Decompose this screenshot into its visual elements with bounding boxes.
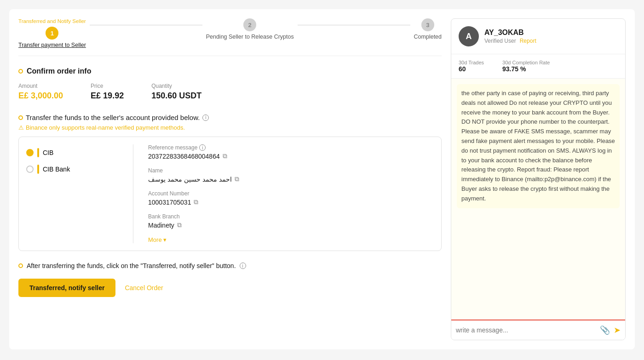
reference-row: Reference message i 20372283368468004864…	[148, 144, 434, 160]
notify-label: Transferred and Notify Seller	[18, 18, 86, 24]
transfer-title-text: Transfer the funds to the seller's accou…	[26, 114, 200, 121]
amount-label: Amount	[18, 83, 63, 89]
after-transfer-section: After transferring the funds, click on t…	[18, 262, 442, 269]
branch-label: Bank Branch	[148, 213, 180, 220]
completion-stat: 30d Completion Rate 93.75 %	[502, 60, 550, 73]
verified-label: Verified User	[484, 38, 516, 44]
avatar-letter: A	[466, 32, 472, 41]
bank-indicator-cib-bank	[37, 165, 39, 174]
name-label: Name	[148, 167, 163, 174]
warning-message: Binance only supports real-name verified…	[26, 124, 185, 131]
branch-value: Madinety	[148, 222, 174, 229]
transfer-section: Transfer the funds to the seller's accou…	[18, 114, 442, 251]
bank-divider	[133, 144, 133, 243]
after-transfer-text: After transferring the funds, click on t…	[27, 262, 236, 269]
quantity-label: Quantity	[151, 83, 201, 89]
branch-row: Bank Branch Madinety ⧉	[148, 213, 434, 229]
quantity-group: Quantity 150.60 USDT	[151, 83, 201, 101]
attach-icon[interactable]: 📎	[600, 325, 610, 335]
chat-input-area: 📎 ➤	[451, 320, 625, 340]
price-label: Price	[91, 83, 124, 89]
quantity-value: 150.60 USDT	[151, 91, 201, 101]
warning-text: ⚠ Binance only supports real-name verifi…	[18, 124, 442, 131]
order-info: Amount E£ 3,000.00 Price E£ 19.92 Quanti…	[18, 83, 442, 101]
bank-name-cib: CIB	[43, 149, 53, 156]
reference-info-icon[interactable]: i	[199, 144, 206, 151]
completion-value: 93.75 %	[502, 65, 550, 73]
warning-icon: ⚠	[18, 124, 24, 131]
avatar: A	[459, 26, 479, 46]
account-value: 100031705031	[148, 199, 191, 206]
section-dot-2	[18, 115, 23, 120]
name-value: احمد محمد حسين محمد يوسف	[148, 176, 232, 183]
after-transfer-info-icon[interactable]: i	[240, 263, 246, 269]
chevron-down-icon: ▾	[163, 236, 167, 243]
price-group: Price E£ 19.92	[91, 83, 124, 101]
section-dot-1	[18, 69, 23, 74]
send-icon[interactable]: ➤	[614, 325, 621, 335]
chat-messages: the other party in case of paying or rec…	[451, 79, 625, 320]
bank-methods: CIB CIB Bank	[26, 144, 118, 243]
trades-stat: 30d Trades 60	[459, 60, 484, 73]
bank-details: Reference message i 20372283368468004864…	[148, 144, 434, 243]
report-link[interactable]: Report	[520, 38, 536, 44]
cancel-order-button[interactable]: Cancel Order	[125, 284, 163, 291]
copy-reference-icon[interactable]: ⧉	[223, 152, 227, 160]
trades-value: 60	[459, 65, 484, 73]
bank-indicator-cib	[37, 148, 39, 157]
amount-value: E£ 3,000.00	[18, 91, 63, 101]
step3-badge: 3	[421, 18, 434, 31]
completion-label: 30d Completion Rate	[502, 60, 550, 65]
stepper: Transferred and Notify Seller 1 Transfer…	[18, 18, 442, 56]
radio-cib-bank[interactable]	[26, 166, 34, 173]
price-value: E£ 19.92	[91, 91, 124, 101]
chat-message-text: the other party in case of paying or rec…	[457, 84, 620, 208]
seller-header: A AY_3OKAB Verified User Report	[451, 19, 625, 54]
trades-label: 30d Trades	[459, 60, 484, 65]
confirm-order-title: Confirm order info	[27, 67, 91, 75]
copy-account-icon[interactable]: ⧉	[194, 198, 198, 206]
radio-cib-selected[interactable]	[26, 149, 34, 156]
amount-group: Amount E£ 3,000.00	[18, 83, 63, 101]
chat-input[interactable]	[456, 326, 596, 334]
transfer-info-icon[interactable]: i	[202, 114, 209, 121]
copy-name-icon[interactable]: ⧉	[235, 175, 239, 183]
seller-panel: A AY_3OKAB Verified User Report 30d Trad…	[451, 18, 626, 340]
step-divider-1	[90, 25, 202, 25]
transferred-notify-button[interactable]: Transferred, notify seller	[18, 279, 115, 297]
bank-card: CIB CIB Bank Reference message i	[18, 137, 442, 251]
seller-info: AY_3OKAB Verified User Report	[484, 29, 618, 44]
step-divider-2	[298, 25, 410, 25]
more-link[interactable]: More ▾	[148, 236, 434, 243]
seller-stats: 30d Trades 60 30d Completion Rate 93.75 …	[451, 54, 625, 79]
reference-value: 20372283368468004864	[148, 153, 220, 160]
action-buttons: Transferred, notify seller Cancel Order	[18, 279, 442, 297]
step1-badge: 1	[46, 27, 58, 40]
confirm-order-section: Confirm order info Amount E£ 3,000.00 Pr…	[18, 67, 442, 101]
step2-label: Pending Seller to Release Cryptos	[206, 34, 294, 40]
seller-name: AY_3OKAB	[484, 29, 618, 37]
transfer-title: Transfer the funds to the seller's accou…	[18, 114, 442, 121]
reference-label: Reference message	[148, 144, 197, 151]
step3-label: Completed	[414, 34, 442, 40]
bank-method-cib-selected[interactable]: CIB	[26, 144, 118, 161]
bank-name-cib-bank: CIB Bank	[43, 166, 70, 173]
step1-label[interactable]: Transfer payment to Seller	[18, 42, 86, 48]
step2-badge: 2	[243, 18, 256, 31]
section-dot-3	[18, 263, 23, 268]
copy-branch-icon[interactable]: ⧉	[177, 221, 182, 229]
name-row: Name احمد محمد حسين محمد يوسف ⧉	[148, 167, 434, 183]
more-label: More	[148, 236, 162, 243]
account-row: Account Number 100031705031 ⧉	[148, 190, 434, 206]
bank-method-cib-bank[interactable]: CIB Bank	[26, 161, 118, 177]
account-label: Account Number	[148, 190, 189, 197]
